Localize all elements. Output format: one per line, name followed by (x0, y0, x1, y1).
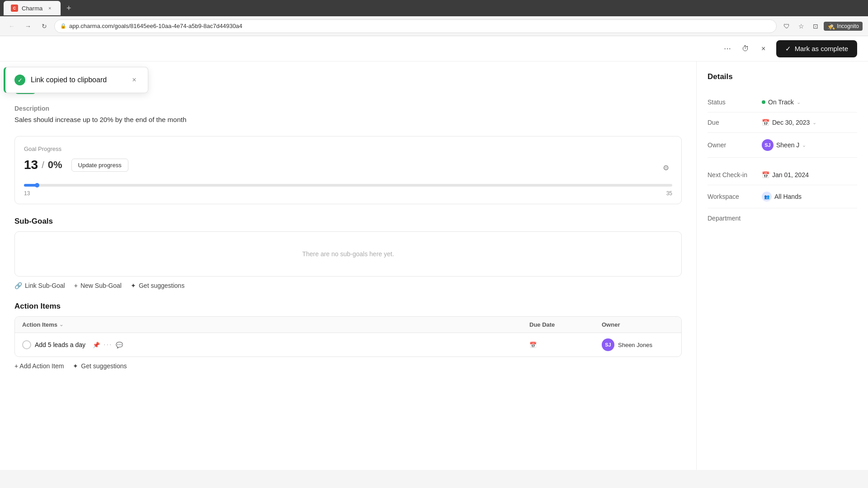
shield-icon[interactable]: 🛡 (780, 20, 793, 33)
new-tab-button[interactable]: + (62, 2, 75, 14)
get-suggestions-subgoal-button[interactable]: ✦ Get suggestions (131, 282, 184, 289)
status-value[interactable]: On Track ⌄ (762, 99, 801, 106)
owner-chevron-icon: ⌄ (802, 142, 806, 148)
owner-detail-value[interactable]: SJ Sheen J ⌄ (762, 139, 806, 151)
sub-goals-empty-text: There are no sub-goals here yet. (302, 250, 394, 258)
description-text: Sales should increase up to 20% by the e… (14, 116, 682, 123)
sub-goals-heading: Sub-Goals (14, 217, 682, 226)
progress-bar-track (24, 184, 672, 187)
status-text: On Track (768, 99, 794, 106)
calendar-icon-due: 📅 (762, 119, 769, 126)
mark-complete-button[interactable]: ✓ Mark as complete (776, 40, 857, 57)
owner-avatar: SJ (602, 338, 614, 351)
sparkle-icon: ✦ (131, 282, 136, 289)
more-icon[interactable]: ··· (104, 341, 112, 349)
col-action-items: Action Items ⌄ (22, 321, 529, 328)
goal-progress-card: Goal Progress 13 / 0% Update progress ⚙ (14, 136, 682, 204)
description-section: Description Sales should increase up to … (14, 105, 682, 123)
due-date-text: Dec 30, 2023 (772, 119, 810, 126)
right-panel: Details Status On Track ⌄ Due 📅 Dec 30, … (696, 61, 868, 470)
bookmark-star-icon[interactable]: ☆ (795, 20, 807, 33)
address-bar[interactable]: 🔒 app.charma.com/goals/81645ee6-10aa-4e7… (54, 19, 777, 33)
history-icon[interactable]: ⏱ (738, 42, 753, 56)
progress-min: 13 (24, 190, 30, 197)
next-checkin-date: Jan 01, 2024 (772, 171, 809, 178)
link-sub-goal-button[interactable]: 🔗 Link Sub-Goal (14, 282, 65, 289)
owner-panel-name: Sheen J (776, 141, 799, 149)
checkmark-icon: ✓ (785, 45, 791, 53)
owner-row: Owner SJ Sheen J ⌄ (708, 133, 857, 158)
owner-panel-avatar: SJ (762, 139, 774, 151)
calendar-icon-checkin: 📅 (762, 171, 769, 178)
action-item-checkbox[interactable] (22, 340, 31, 349)
description-label: Description (14, 105, 682, 112)
status-dot (762, 100, 765, 104)
owner-name: Sheen Jones (618, 342, 652, 348)
due-row: Due 📅 Dec 30, 2023 ⌄ (708, 113, 857, 133)
toast-notification: ✓ Link copied to clipboard × (4, 67, 148, 93)
sparkle-icon-action: ✦ (73, 362, 78, 370)
action-items-table: Action Items ⌄ Due Date Owner Add 5 lead… (14, 316, 682, 357)
toast-text: Link copied to clipboard (31, 76, 124, 84)
link-icon: 🔗 (14, 282, 22, 289)
department-row: Department (708, 208, 857, 228)
sub-goals-section: Sub-Goals There are no sub-goals here ye… (14, 217, 682, 289)
workspace-row: Workspace 👥 All Hands (708, 185, 857, 208)
url-text: app.charma.com/goals/81645ee6-10aa-4e74-… (69, 23, 242, 29)
sidebar-toggle-icon[interactable]: ⊡ (809, 20, 822, 33)
back-button[interactable]: ← (5, 20, 18, 33)
status-chevron-icon: ⌄ (797, 99, 801, 105)
toast-close-button[interactable]: × (130, 75, 139, 84)
get-suggestions-action-button[interactable]: ✦ Get suggestions (73, 362, 127, 370)
action-item-cell: Add 5 leads a day 📌 ··· 💬 (22, 340, 529, 349)
incognito-label: Incognito (837, 23, 859, 29)
workspace-name: All Hands (774, 193, 802, 200)
calendar-icon: 📅 (529, 342, 537, 348)
owner-label: Owner (708, 141, 762, 149)
table-header: Action Items ⌄ Due Date Owner (15, 317, 681, 333)
tab-close-button[interactable]: × (46, 5, 53, 12)
pin-icon[interactable]: 📌 (93, 342, 100, 348)
owner-cell: SJ Sheen Jones (602, 338, 674, 351)
status-label: Status (708, 99, 762, 106)
details-title: Details (708, 72, 857, 81)
browser-toolbar: ← → ↻ 🔒 app.charma.com/goals/81645ee6-10… (0, 16, 868, 36)
sub-goals-actions: 🔗 Link Sub-Goal + New Sub-Goal ✦ Get sug… (14, 282, 682, 289)
comment-icon[interactable]: 💬 (116, 342, 123, 348)
action-items-section: Action Items Action Items ⌄ Due Date Own… (14, 302, 682, 370)
mark-complete-label: Mark as complete (795, 45, 848, 52)
close-panel-icon[interactable]: × (756, 42, 771, 56)
progress-bar-container (24, 184, 672, 187)
col-owner: Owner (602, 321, 674, 328)
reload-button[interactable]: ↻ (38, 20, 51, 33)
top-bar-icons: ⋯ ⏱ × (720, 42, 771, 56)
more-options-icon[interactable]: ⋯ (720, 42, 735, 56)
forward-button[interactable]: → (22, 20, 34, 33)
new-sub-goal-button[interactable]: + New Sub-Goal (74, 282, 122, 289)
active-tab[interactable]: C Charma × (4, 1, 61, 15)
workspace-icon: 👥 (762, 192, 772, 202)
goal-percent-value: 0% (48, 159, 62, 171)
lock-icon: 🔒 (60, 23, 66, 29)
goal-progress-values: 13 / 0% Update progress (24, 158, 128, 172)
workspace-label: Workspace (708, 193, 762, 200)
next-checkin-value[interactable]: 📅 Jan 01, 2024 (762, 171, 809, 178)
tab-title: Charma (22, 5, 42, 12)
progress-minmax: 13 35 (24, 190, 672, 197)
update-progress-button[interactable]: Update progress (71, 159, 128, 172)
due-value[interactable]: 📅 Dec 30, 2023 ⌄ (762, 119, 816, 126)
workspace-value[interactable]: 👥 All Hands (762, 192, 802, 202)
status-row: Status On Track ⌄ (708, 92, 857, 113)
progress-max: 35 (666, 190, 672, 197)
main-layout: ⚡ Sales Description Sales should increas… (0, 61, 868, 470)
due-date-cell[interactable]: 📅 (529, 342, 602, 348)
next-checkin-row: Next Check-in 📅 Jan 01, 2024 (708, 165, 857, 185)
table-row: Add 5 leads a day 📌 ··· 💬 📅 (15, 333, 681, 357)
progress-settings-icon[interactable]: ⚙ (660, 161, 672, 174)
toolbar-icons: 🛡 ☆ ⊡ 🕵 Incognito (780, 20, 863, 33)
col-due-date: Due Date (529, 321, 602, 328)
action-items-footer: + Add Action Item ✦ Get suggestions (14, 362, 682, 370)
add-action-item-button[interactable]: + Add Action Item (14, 362, 64, 370)
goal-progress-label: Goal Progress (24, 145, 672, 152)
sub-goals-card: There are no sub-goals here yet. (14, 231, 682, 277)
